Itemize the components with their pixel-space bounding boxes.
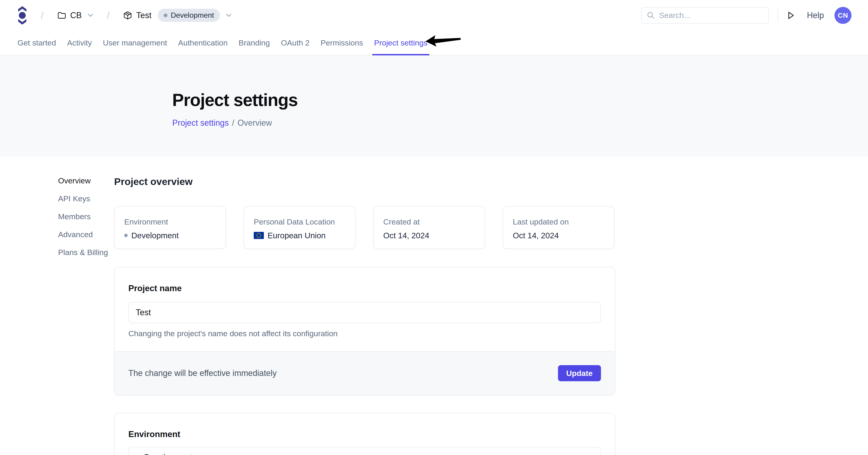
tab-user-management[interactable]: User management [103, 31, 167, 55]
search-icon [647, 11, 655, 20]
sidebar-item-overview[interactable]: Overview [58, 177, 114, 184]
sidebar-item-members[interactable]: Members [58, 212, 114, 220]
environment-select[interactable]: Development [128, 447, 601, 455]
page-header: Project settings Project settings / Over… [0, 55, 868, 157]
tab-get-started[interactable]: Get started [18, 31, 56, 55]
settings-main: Project overview Environment Development… [114, 177, 615, 455]
chevron-down-icon [88, 13, 93, 17]
breadcrumb-org[interactable]: CB [57, 10, 93, 20]
section-title: Project overview [114, 177, 615, 187]
card-value: European Union [268, 231, 326, 240]
project-name-card: Project name Changing the project's name… [114, 267, 615, 395]
top-bar: / CB / Test [0, 0, 868, 31]
environment-label: Environment [128, 430, 601, 439]
project-name-label: Project name [128, 284, 601, 293]
card-environment: Environment Development [114, 206, 226, 249]
card-data-location: Personal Data Location [244, 206, 355, 249]
avatar[interactable]: CN [835, 7, 851, 24]
page-title: Project settings [172, 90, 868, 110]
header-divider [777, 9, 778, 22]
breadcrumb-separator: / [41, 10, 43, 21]
eu-flag-icon [254, 232, 264, 239]
breadcrumb-separator: / [107, 10, 110, 21]
card-value: Oct 14, 2024 [513, 231, 559, 240]
footer-note: The change will be effective immediately [128, 368, 277, 378]
project-name: Test [136, 10, 151, 20]
environment-card: Environment Development [114, 413, 615, 455]
main-nav-tabs: Get started Activity User management Aut… [0, 31, 868, 55]
overview-cards: Environment Development Personal Data Lo… [114, 206, 615, 249]
environment-badge[interactable]: Development [158, 9, 220, 22]
sidebar-item-plans-billing[interactable]: Plans & Billing [58, 248, 114, 256]
breadcrumb-separator: / [232, 118, 234, 128]
breadcrumb: Project settings / Overview [172, 118, 868, 128]
play-button[interactable] [787, 11, 795, 20]
settings-sidebar: Overview API Keys Members Advanced Plans… [0, 177, 114, 455]
environment-select-value: Development [144, 453, 193, 455]
card-label: Personal Data Location [254, 217, 345, 227]
card-value: Oct 14, 2024 [383, 231, 429, 240]
card-label: Environment [124, 217, 216, 227]
breadcrumb-link[interactable]: Project settings [172, 118, 229, 128]
app-screen: / CB / Test [0, 0, 868, 455]
card-created-at: Created at Oct 14, 2024 [373, 206, 485, 249]
sidebar-item-advanced[interactable]: Advanced [58, 230, 114, 238]
tab-project-settings[interactable]: Project settings [374, 31, 427, 55]
search-box[interactable] [641, 7, 769, 24]
card-label: Last updated on [513, 217, 604, 227]
search-input[interactable] [659, 11, 763, 20]
package-icon [123, 11, 132, 20]
project-name-helper: Changing the project's name does not aff… [128, 330, 601, 337]
content: Overview API Keys Members Advanced Plans… [0, 157, 868, 455]
tab-branding[interactable]: Branding [239, 31, 270, 55]
tab-oauth2[interactable]: OAuth 2 [281, 31, 310, 55]
project-name-footer: The change will be effective immediately… [115, 351, 615, 395]
status-dot [164, 13, 167, 17]
project-name-input[interactable] [128, 302, 601, 323]
card-last-updated: Last updated on Oct 14, 2024 [503, 206, 615, 249]
status-dot [124, 234, 128, 237]
card-label: Created at [383, 217, 475, 227]
breadcrumb-project[interactable]: Test Development [123, 9, 231, 22]
update-button[interactable]: Update [558, 365, 601, 381]
top-right-cluster: Help CN [641, 7, 851, 24]
hanko-logo-icon[interactable] [18, 6, 27, 25]
breadcrumb-current: Overview [238, 118, 272, 128]
org-name: CB [70, 10, 82, 20]
card-value: Development [131, 231, 179, 240]
environment-badge-label: Development [170, 11, 214, 20]
tab-permissions[interactable]: Permissions [320, 31, 363, 55]
tab-authentication[interactable]: Authentication [178, 31, 228, 55]
sidebar-item-api-keys[interactable]: API Keys [58, 195, 114, 202]
chevron-down-icon[interactable] [226, 13, 231, 17]
help-link[interactable]: Help [807, 10, 824, 20]
folder-icon [57, 11, 66, 20]
tab-activity[interactable]: Activity [67, 31, 92, 55]
